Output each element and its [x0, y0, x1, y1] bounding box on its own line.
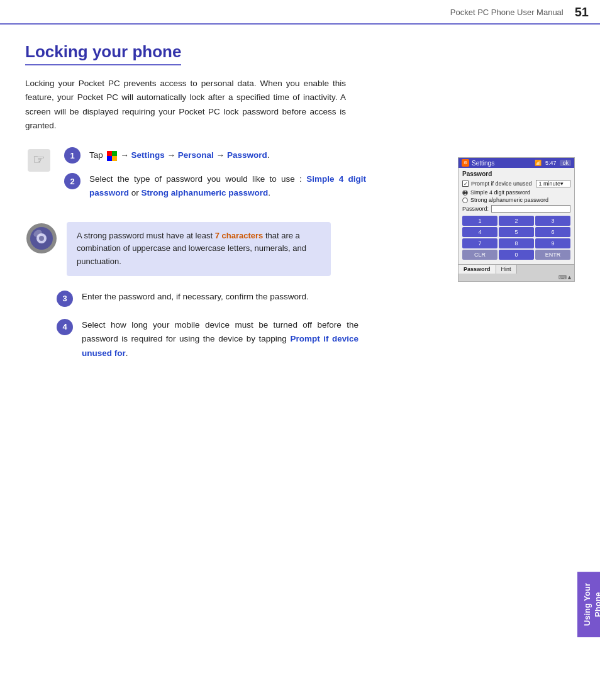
svg-text:☞: ☞: [33, 152, 45, 167]
screenshot-title: Settings: [472, 160, 494, 167]
keyboard-icon: ⌨▲: [558, 274, 572, 281]
radio-simple-label: Simple 4 digit password: [470, 189, 530, 196]
password-input[interactable]: [491, 205, 570, 213]
step-1-text: Tap → Settings → Personal → Password.: [89, 148, 269, 162]
page-heading: Locking your phone: [25, 42, 181, 65]
numpad-9[interactable]: 9: [535, 238, 570, 248]
screenshot-tabs: Password Hint: [458, 264, 574, 274]
screenshot-titlebar: ⚙ Settings 📶 5:47 ok: [458, 158, 574, 168]
steps-area-3-4: 3 Enter the password and, if necessary, …: [57, 290, 522, 360]
manual-title: Pocket PC Phone User Manual: [450, 8, 564, 17]
password-section-title: Password: [462, 170, 570, 177]
tip-characters: 7 characters: [215, 231, 264, 240]
tip-area: A strong password must have at least 7 c…: [25, 222, 522, 276]
numpad-8[interactable]: 8: [499, 238, 534, 248]
step1-settings: Settings: [131, 150, 165, 160]
screenshot-footer: ⌨▲: [458, 274, 574, 281]
numpad-4[interactable]: 4: [462, 227, 497, 237]
screenshot-widget: ⚙ Settings 📶 5:47 ok Password ✓ Prompt i…: [458, 157, 575, 282]
step-number-3: 3: [57, 291, 73, 307]
numpad-6[interactable]: 6: [535, 227, 570, 237]
prompt-checkbox[interactable]: ✓: [462, 181, 469, 187]
numpad-1[interactable]: 1: [462, 216, 497, 226]
step-3-text: Enter the password and, if necessary, co…: [82, 290, 309, 304]
radio-simple-row: Simple 4 digit password: [462, 189, 570, 196]
screenshot-body: Password ✓ Prompt if device unused 1 min…: [458, 168, 574, 264]
tip-box: A strong password must have at least 7 c…: [67, 222, 331, 276]
finger-pointer-icon: ☞: [25, 147, 53, 174]
step-number-1: 1: [64, 147, 81, 164]
numpad-clr[interactable]: CLR: [462, 250, 497, 260]
titlebar-left: ⚙ Settings: [462, 159, 494, 167]
numpad-5[interactable]: 5: [499, 227, 534, 237]
tab-hint[interactable]: Hint: [496, 265, 517, 274]
ok-button[interactable]: ok: [560, 160, 571, 166]
step-4-text: Select how long your mobile device must …: [82, 318, 358, 360]
password-row: Password:: [462, 205, 570, 213]
radio-strong-row: Strong alphanumeric password: [462, 197, 570, 203]
password-label: Password:: [462, 206, 489, 212]
step-4-row: 4 Select how long your mobile device mus…: [57, 318, 522, 360]
step2-strong: Strong alphanumeric password: [142, 188, 269, 197]
numpad-7[interactable]: 7: [462, 238, 497, 248]
step-number-4: 4: [57, 319, 73, 335]
prompt-label: Prompt if device unused: [471, 181, 536, 187]
step1-password: Password: [227, 150, 267, 160]
radio-strong-label: Strong alphanumeric password: [470, 197, 548, 203]
tip-icon: [25, 222, 58, 255]
radio-strong[interactable]: [462, 197, 468, 203]
settings-app-icon: ⚙: [462, 159, 469, 167]
time-display: 5:47: [545, 160, 557, 166]
titlebar-right: 📶 5:47 ok: [535, 160, 571, 166]
step-2-text: Select the type of password you would li…: [89, 172, 366, 201]
svg-point-5: [39, 236, 44, 241]
page-header: Pocket PC Phone User Manual 51: [0, 0, 600, 25]
step-2-row: 2 Select the type of password you would …: [64, 172, 366, 201]
numpad-2[interactable]: 2: [499, 216, 534, 226]
numpad-3[interactable]: 3: [535, 216, 570, 226]
numpad-entr[interactable]: ENTR: [535, 250, 570, 260]
step4-prompt: Prompt if device unused for: [82, 334, 358, 357]
radio-simple[interactable]: [462, 190, 468, 196]
step-1-row: ☞ 1 Tap → Settings → Personal → Password…: [25, 147, 522, 212]
prompt-row: ✓ Prompt if device unused 1 minute▾: [462, 180, 570, 187]
numpad-0[interactable]: 0: [499, 250, 534, 260]
tab-password[interactable]: Password: [458, 265, 496, 274]
intro-paragraph: Locking your Pocket PC prevents access t…: [25, 77, 346, 133]
numpad: 1 2 3 4 5 6 7 8 9 CLR 0 ENTR: [462, 216, 570, 260]
step-number-2: 2: [64, 173, 81, 189]
signal-icon: 📶: [535, 160, 542, 166]
step1-personal: Personal: [178, 150, 214, 160]
page-number: 51: [575, 5, 589, 19]
side-tab: Using Your Phone: [577, 572, 600, 637]
prompt-dropdown[interactable]: 1 minute▾: [536, 180, 570, 187]
radio-group: Simple 4 digit password Strong alphanume…: [462, 189, 570, 203]
step-3-row: 3 Enter the password and, if necessary, …: [57, 290, 522, 307]
